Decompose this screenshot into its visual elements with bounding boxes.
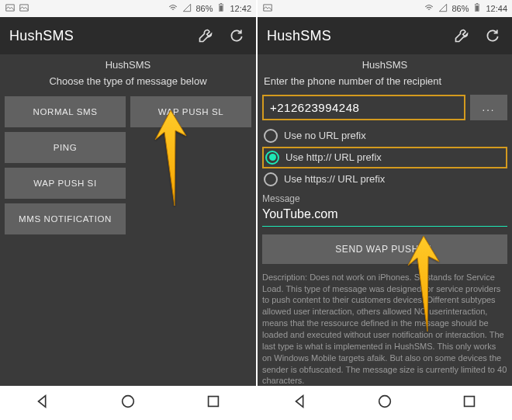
radio-no-prefix[interactable]: Use no URL prefix (262, 125, 507, 147)
svg-point-3 (123, 396, 134, 408)
wifi-icon (424, 2, 434, 15)
clock: 12:42 (230, 4, 251, 13)
signal-icon (438, 2, 448, 15)
status-bar: 86% 12:44 (258, 0, 512, 17)
header-subtitle: Choose the type of message below (5, 75, 251, 92)
radio-label: Use no URL prefix (284, 130, 366, 141)
header-subtitle: Enter the phone number of the recipient (262, 75, 507, 92)
wifi-icon (168, 2, 178, 15)
wap-push-si-button[interactable]: WAP PUSH SI (5, 168, 126, 199)
battery-percent: 86% (451, 4, 469, 13)
image-icon (19, 2, 29, 15)
phone-screen-right: 86% 12:44 HushSMS HushSMS Enter the phon… (256, 0, 512, 420)
app-title: HushSMS (9, 28, 74, 44)
battery-icon (216, 2, 227, 15)
image-icon (262, 2, 273, 15)
battery-percent: 86% (195, 4, 213, 13)
radio-http-prefix[interactable]: Use http:// URL prefix (262, 147, 507, 168)
radio-icon (264, 172, 278, 186)
content-area: HushSMS Enter the phone number of the re… (258, 54, 512, 386)
normal-sms-button[interactable]: NORMAL SMS (5, 96, 126, 127)
recent-button[interactable] (461, 393, 478, 413)
back-button[interactable] (292, 393, 309, 413)
ping-button[interactable]: PING (5, 132, 126, 163)
radio-label: Use https:// URL prefix (284, 173, 385, 185)
radio-https-prefix[interactable]: Use https:// URL prefix (262, 168, 507, 190)
svg-rect-9 (465, 397, 475, 407)
mms-notification-button[interactable]: MMS NOTIFICATION (5, 203, 126, 234)
content-area: HushSMS Choose the type of message below… (0, 54, 256, 386)
message-label: Message (262, 193, 507, 204)
send-button[interactable]: SEND WAP PUSH SL (262, 234, 507, 264)
back-button[interactable] (34, 393, 51, 413)
svg-rect-7 (476, 5, 479, 11)
wrench-icon[interactable] (195, 26, 216, 46)
svg-rect-4 (209, 397, 219, 407)
recent-button[interactable] (205, 393, 222, 413)
svg-rect-2 (220, 5, 223, 11)
radio-label: Use http:// URL prefix (285, 151, 382, 163)
svg-point-8 (379, 396, 391, 408)
svg-rect-1 (220, 3, 222, 4)
phone-number-input[interactable] (262, 95, 465, 120)
radio-icon (264, 129, 278, 143)
clock: 12:44 (486, 4, 507, 13)
app-title: HushSMS (267, 28, 331, 44)
image-icon (5, 2, 16, 15)
refresh-icon[interactable] (227, 26, 247, 46)
nav-bar (258, 386, 512, 420)
home-button[interactable] (119, 393, 137, 413)
description-text: Description: Does not work on iPhones. S… (262, 272, 507, 386)
radio-icon (265, 151, 279, 165)
battery-icon (472, 2, 483, 15)
home-button[interactable] (376, 393, 393, 413)
signal-icon (182, 2, 192, 15)
status-bar: 86% 12:42 (0, 0, 256, 17)
app-bar: HushSMS (258, 17, 512, 54)
wrench-icon[interactable] (451, 26, 472, 46)
message-input[interactable] (262, 204, 507, 227)
svg-rect-6 (476, 3, 478, 4)
app-bar: HushSMS (0, 17, 256, 54)
phone-screen-left: 86% 12:42 HushSMS HushSMS Choose the typ… (0, 0, 256, 420)
wap-push-sl-button[interactable]: WAP PUSH SL (130, 96, 251, 127)
header-app-name: HushSMS (5, 54, 251, 75)
refresh-icon[interactable] (483, 26, 503, 46)
nav-bar (0, 386, 256, 420)
contacts-button[interactable]: ... (470, 95, 507, 120)
header-app-name: HushSMS (262, 54, 507, 75)
